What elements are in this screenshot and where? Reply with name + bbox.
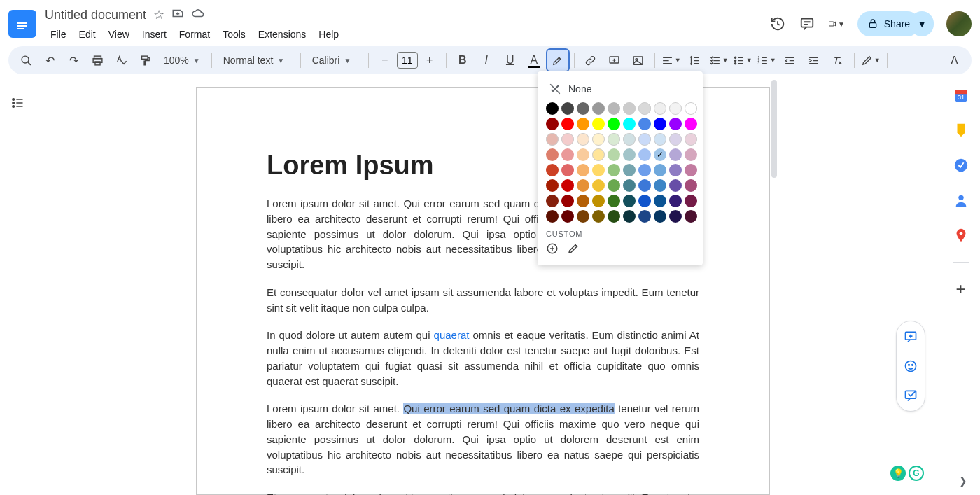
undo-icon[interactable]: ↶ xyxy=(39,50,60,71)
font-select[interactable]: Calibri▼ xyxy=(307,55,363,66)
add-custom-color-button[interactable] xyxy=(546,242,559,257)
color-swatch[interactable] xyxy=(608,195,620,207)
redo-icon[interactable]: ↷ xyxy=(63,50,84,71)
color-swatch[interactable] xyxy=(561,118,574,130)
color-swatch[interactable] xyxy=(592,195,605,207)
color-swatch[interactable] xyxy=(592,102,605,115)
meet-icon[interactable]: ▼ xyxy=(828,15,845,32)
add-comment-button[interactable] xyxy=(604,50,625,71)
color-swatch[interactable] xyxy=(608,102,620,115)
paragraph-style-select[interactable]: Normal text▼ xyxy=(218,55,295,66)
color-swatch[interactable] xyxy=(623,179,636,192)
color-swatch[interactable] xyxy=(546,179,559,192)
decrease-fontsize-button[interactable]: − xyxy=(374,50,396,71)
menu-view[interactable]: View xyxy=(103,26,135,43)
color-swatch[interactable] xyxy=(608,210,620,223)
move-icon[interactable] xyxy=(172,7,184,23)
color-swatch[interactable] xyxy=(685,210,697,223)
document-outline-button[interactable] xyxy=(7,92,28,113)
color-swatch[interactable] xyxy=(561,195,574,207)
document-title[interactable]: Untitled document xyxy=(45,8,146,22)
color-swatch[interactable] xyxy=(654,102,666,115)
menu-edit[interactable]: Edit xyxy=(74,26,102,43)
color-swatch[interactable] xyxy=(669,179,682,192)
color-swatch[interactable] xyxy=(546,118,559,130)
color-swatch[interactable] xyxy=(669,164,682,176)
color-swatch[interactable] xyxy=(608,179,620,192)
increase-fontsize-button[interactable]: + xyxy=(419,50,440,71)
color-swatch[interactable] xyxy=(638,102,651,115)
numbered-list-button[interactable]: 123▼ xyxy=(756,50,777,71)
color-swatch[interactable] xyxy=(608,148,620,161)
color-swatch[interactable] xyxy=(669,148,682,161)
grammarly-icon[interactable]: G xyxy=(909,466,924,481)
color-swatch[interactable] xyxy=(638,195,651,207)
menu-tools[interactable]: Tools xyxy=(217,26,251,43)
italic-button[interactable]: I xyxy=(476,50,497,71)
history-icon[interactable] xyxy=(769,15,786,32)
add-emoji-icon[interactable] xyxy=(901,356,920,376)
color-swatch[interactable] xyxy=(592,179,605,192)
insert-link-button[interactable] xyxy=(580,50,601,71)
color-swatch[interactable] xyxy=(561,102,574,115)
cloud-status-icon[interactable] xyxy=(191,7,205,23)
color-swatch[interactable] xyxy=(654,118,666,130)
line-spacing-button[interactable] xyxy=(685,50,706,71)
scrollbar[interactable] xyxy=(770,74,780,495)
search-menus-icon[interactable] xyxy=(15,50,36,71)
color-swatch[interactable] xyxy=(577,179,589,192)
color-swatch[interactable] xyxy=(623,164,636,176)
color-swatch[interactable] xyxy=(577,133,589,146)
color-swatch[interactable] xyxy=(546,210,559,223)
color-swatch[interactable] xyxy=(669,118,682,130)
align-button[interactable]: ▼ xyxy=(661,50,682,71)
menu-extensions[interactable]: Extensions xyxy=(253,26,312,43)
color-swatch[interactable] xyxy=(577,195,589,207)
color-swatch[interactable] xyxy=(561,164,574,176)
grammarly-hint-icon[interactable]: 💡 xyxy=(890,466,906,481)
collapse-toolbar-button[interactable]: ᐱ xyxy=(944,50,965,71)
calendar-icon[interactable]: 31 xyxy=(953,87,969,104)
color-swatch[interactable] xyxy=(577,118,589,130)
color-swatch[interactable] xyxy=(561,133,574,146)
color-swatch[interactable] xyxy=(638,118,651,130)
color-swatch[interactable] xyxy=(592,118,605,130)
color-swatch[interactable] xyxy=(669,102,682,115)
share-dropdown[interactable]: ▼ xyxy=(910,11,934,36)
color-swatch[interactable] xyxy=(654,133,666,146)
color-swatch[interactable] xyxy=(546,148,559,161)
contacts-icon[interactable] xyxy=(953,192,969,209)
color-swatch[interactable] xyxy=(654,179,666,192)
highlight-none-option[interactable]: None xyxy=(546,78,694,102)
color-swatch[interactable] xyxy=(592,133,605,146)
color-swatch[interactable] xyxy=(561,210,574,223)
menu-file[interactable]: File xyxy=(45,26,72,43)
color-swatch[interactable] xyxy=(577,102,589,115)
color-swatch[interactable] xyxy=(561,148,574,161)
color-swatch[interactable] xyxy=(654,164,666,176)
color-swatch[interactable] xyxy=(669,133,682,146)
color-swatch[interactable] xyxy=(654,210,666,223)
color-swatch[interactable] xyxy=(638,179,651,192)
color-swatch[interactable] xyxy=(577,148,589,161)
fontsize-input[interactable] xyxy=(397,52,418,69)
bulleted-list-button[interactable]: ▼ xyxy=(732,50,753,71)
keep-icon[interactable] xyxy=(953,122,969,139)
print-icon[interactable] xyxy=(87,50,108,71)
zoom-select[interactable]: 100%▼ xyxy=(158,55,206,66)
color-swatch[interactable] xyxy=(685,195,697,207)
color-swatch[interactable] xyxy=(685,133,697,146)
color-swatch[interactable] xyxy=(592,210,605,223)
color-swatch[interactable] xyxy=(623,118,636,130)
eyedropper-button[interactable] xyxy=(567,242,580,257)
color-swatch[interactable] xyxy=(577,164,589,176)
comments-icon[interactable] xyxy=(799,15,816,32)
color-swatch[interactable] xyxy=(669,195,682,207)
color-swatch[interactable] xyxy=(685,102,697,115)
color-swatch[interactable] xyxy=(638,133,651,146)
maps-icon[interactable] xyxy=(953,227,969,244)
color-swatch[interactable] xyxy=(623,148,636,161)
color-swatch[interactable] xyxy=(623,133,636,146)
color-swatch[interactable] xyxy=(654,148,666,161)
clear-formatting-button[interactable] xyxy=(827,50,848,71)
